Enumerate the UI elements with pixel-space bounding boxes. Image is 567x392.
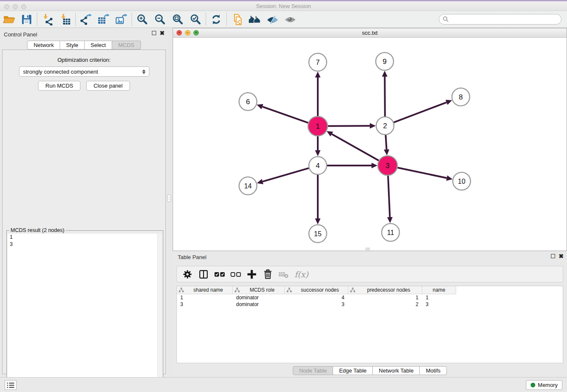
graph-node-2[interactable]: 2 bbox=[376, 117, 394, 135]
close-window-button[interactable] bbox=[4, 4, 9, 9]
criterion-dropdown[interactable]: strongly connected component bbox=[19, 66, 149, 77]
graph-node-11[interactable]: 11 bbox=[382, 224, 399, 241]
search-box[interactable] bbox=[439, 14, 561, 25]
add-column-button[interactable] bbox=[245, 268, 258, 280]
table-cell[interactable]: dominator bbox=[233, 301, 285, 308]
graph-edge-3-10[interactable] bbox=[397, 168, 446, 178]
float-table-panel-icon[interactable] bbox=[551, 254, 555, 258]
graph-node-15[interactable]: 15 bbox=[309, 225, 327, 243]
table-tab-network-table[interactable]: Network Table bbox=[373, 366, 420, 375]
export-network-icon bbox=[80, 14, 92, 25]
table-row[interactable]: 1dominator411 bbox=[177, 294, 563, 301]
network-minimize-button[interactable]: – bbox=[185, 30, 190, 36]
network-window-titlebar[interactable]: × – + scc.txt bbox=[173, 28, 567, 38]
panel-divider-handle[interactable] bbox=[167, 195, 171, 202]
table-cell[interactable]: 1 bbox=[177, 294, 233, 301]
graph-edge-2-9[interactable] bbox=[385, 77, 385, 116]
first-neighbors-button[interactable] bbox=[246, 12, 264, 27]
network-graph[interactable]: 7968124314101511 bbox=[173, 38, 567, 251]
zoom-selected-button[interactable] bbox=[187, 12, 204, 27]
table-cell[interactable]: 3 bbox=[422, 301, 456, 308]
column-header-shared-name[interactable]: shared name bbox=[177, 286, 233, 294]
table-cell[interactable]: 3 bbox=[285, 301, 348, 308]
tab-mcds[interactable]: MCDS bbox=[112, 41, 140, 50]
graph-edge-4-14[interactable] bbox=[263, 168, 309, 182]
graph-node-10[interactable]: 10 bbox=[453, 172, 471, 190]
memory-button[interactable]: Memory bbox=[526, 380, 562, 390]
table-cell[interactable]: 2 bbox=[348, 301, 422, 308]
minimize-window-button[interactable] bbox=[13, 4, 18, 9]
graph-node-8[interactable]: 8 bbox=[452, 88, 470, 106]
table-tab-node-table[interactable]: Node Table bbox=[293, 366, 333, 375]
task-history-button[interactable] bbox=[5, 380, 17, 390]
export-table-button[interactable] bbox=[95, 12, 113, 27]
graph-edge-2-3[interactable] bbox=[385, 135, 386, 149]
table-settings-button[interactable] bbox=[181, 268, 193, 280]
float-panel-icon[interactable] bbox=[152, 31, 156, 35]
close-table-panel-icon[interactable]: ✖ bbox=[559, 254, 564, 258]
import-table-button[interactable] bbox=[56, 12, 74, 27]
table-cell[interactable]: 1 bbox=[422, 294, 456, 301]
save-session-button[interactable] bbox=[18, 12, 36, 27]
delete-table-button[interactable] bbox=[278, 268, 290, 280]
column-header-name[interactable]: name bbox=[422, 286, 456, 294]
show-all-button[interactable] bbox=[281, 12, 299, 27]
table-tab-edge-table[interactable]: Edge Table bbox=[333, 366, 373, 375]
table-tab-motifs[interactable]: Motifs bbox=[420, 366, 447, 375]
hide-selected-button[interactable] bbox=[264, 12, 281, 27]
graph-node-3[interactable]: 3 bbox=[378, 156, 397, 175]
graph-edge-3-1[interactable] bbox=[332, 134, 379, 161]
network-canvas[interactable]: 7968124314101511 bbox=[173, 38, 567, 251]
zoom-in-button[interactable] bbox=[133, 12, 151, 27]
canvas-scroll-grip[interactable] bbox=[366, 248, 370, 250]
tab-select[interactable]: Select bbox=[85, 41, 112, 50]
function-builder-button[interactable]: f(x) bbox=[295, 270, 308, 279]
close-panel-button[interactable]: Close panel bbox=[86, 81, 130, 91]
graph-node-4[interactable]: 4 bbox=[309, 157, 327, 174]
zoom-fit-button[interactable] bbox=[169, 12, 187, 27]
deselect-all-button[interactable] bbox=[229, 268, 242, 280]
search-input[interactable] bbox=[449, 15, 561, 24]
graph-node-7[interactable]: 7 bbox=[309, 53, 327, 71]
network-view-window: × – + scc.txt 7968124314101511 bbox=[173, 28, 567, 251]
export-network-button[interactable] bbox=[77, 12, 95, 27]
window-controls-inactive[interactable] bbox=[4, 4, 26, 9]
zoom-fit-icon bbox=[172, 14, 184, 25]
column-layout-button[interactable] bbox=[197, 268, 209, 280]
delete-column-button[interactable] bbox=[261, 268, 274, 280]
zoom-out-button[interactable] bbox=[151, 12, 169, 27]
table-cell[interactable]: 4 bbox=[285, 294, 348, 301]
select-all-button[interactable] bbox=[213, 268, 226, 280]
network-zoom-button[interactable]: + bbox=[193, 30, 199, 36]
node-table[interactable]: shared nameMCDS rolesuccessor nodesprede… bbox=[176, 286, 563, 363]
close-panel-icon[interactable]: ✖ bbox=[160, 31, 165, 35]
open-session-button[interactable] bbox=[0, 12, 18, 27]
network-close-button[interactable]: × bbox=[176, 30, 182, 36]
import-network-button[interactable] bbox=[39, 12, 56, 27]
control-panel-tabs: NetworkStyleSelectMCDS bbox=[0, 41, 168, 50]
copy-network-button[interactable] bbox=[228, 12, 246, 27]
export-image-button[interactable] bbox=[113, 12, 130, 27]
column-header-predecessor-nodes[interactable]: predecessor nodes bbox=[348, 286, 422, 294]
table-cell[interactable]: 1 bbox=[348, 294, 422, 301]
mcds-result-list[interactable]: 13 bbox=[8, 234, 162, 389]
result-scrollbar[interactable] bbox=[157, 234, 162, 389]
column-header-successor-nodes[interactable]: successor nodes bbox=[285, 286, 348, 294]
graph-node-9[interactable]: 9 bbox=[376, 52, 394, 70]
tab-style[interactable]: Style bbox=[60, 41, 85, 50]
table-cell[interactable]: 3 bbox=[177, 301, 233, 308]
graph-edge-3-11[interactable] bbox=[388, 176, 390, 217]
table-cell[interactable]: dominator bbox=[233, 294, 285, 301]
refresh-view-button[interactable] bbox=[207, 12, 225, 27]
graph-node-14[interactable]: 14 bbox=[239, 177, 257, 195]
graph-edge-1-6[interactable] bbox=[262, 107, 308, 123]
graph-edge-2-8[interactable] bbox=[394, 102, 447, 122]
column-header-MCDS-role[interactable]: MCDS role bbox=[233, 286, 285, 294]
run-mcds-button[interactable]: Run MCDS bbox=[38, 81, 80, 91]
graph-node-6[interactable]: 6 bbox=[239, 93, 257, 110]
graph-edge-1-2[interactable] bbox=[328, 126, 370, 126]
zoom-window-button[interactable] bbox=[21, 4, 26, 9]
table-row[interactable]: 3dominator323 bbox=[177, 301, 563, 308]
tab-network[interactable]: Network bbox=[27, 41, 60, 50]
graph-node-1[interactable]: 1 bbox=[308, 116, 328, 136]
